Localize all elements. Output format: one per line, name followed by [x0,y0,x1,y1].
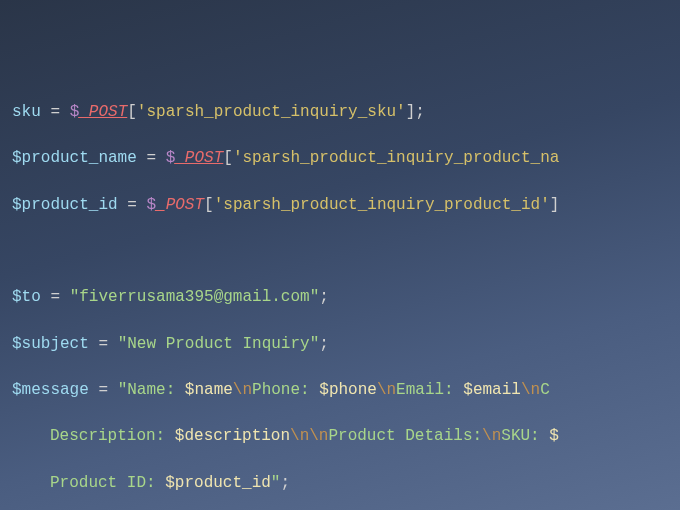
string-to: "fiverrusama395@gmail.com" [70,288,320,306]
code-line-message-1[interactable]: $message = "Name: $name\nPhone: $phone\n… [12,379,668,402]
dollar: $ [70,103,80,121]
escape: \n [233,381,252,399]
escape: \n [482,427,501,445]
string-part: Product Details: [328,427,482,445]
escape: \n [377,381,396,399]
var-subject: $subject [12,335,89,353]
bracket-close: ] [406,103,416,121]
post-key: sparsh_product_inquiry_sku [146,103,396,121]
interp-name: $name [185,381,233,399]
code-line-1[interactable]: sku = $_POST['sparsh_product_inquiry_sku… [12,101,668,124]
quote: ' [396,103,406,121]
interp-product-id: $product_id [165,474,271,492]
escape: \n\n [290,427,328,445]
var-to: $to [12,288,41,306]
post-key: sparsh_product_inquiry_product_id [223,196,540,214]
bracket-open: [ [127,103,137,121]
interp-phone: $phone [319,381,377,399]
bracket-open: [ [204,196,214,214]
var-product-name: $product_name [12,149,137,167]
interp-description: $description [175,427,290,445]
code-line-message-3[interactable]: Product ID: $product_id"; [12,472,668,495]
quote: ' [540,196,550,214]
string-part: Phone: [252,381,319,399]
var-message: $message [12,381,89,399]
assign: = [137,149,166,167]
semicolon: ; [280,474,290,492]
quote: ' [214,196,224,214]
semicolon: ; [319,288,329,306]
string-close: " [271,474,281,492]
dollar: $ [166,149,176,167]
bracket-open: [ [223,149,233,167]
assign: = [89,335,118,353]
post-key: sparsh_product_inquiry_product_na [242,149,559,167]
string-tail: $ [549,427,559,445]
code-line-to[interactable]: $to = "fiverrusama395@gmail.com"; [12,286,668,309]
semicolon: ; [415,103,425,121]
string-part: Email: [396,381,463,399]
escape: \n [521,381,540,399]
string-part: SKU: [501,427,549,445]
string-tail: C [540,381,550,399]
post-superglobal: _POST [79,103,127,121]
assign: = [41,103,70,121]
interp-email: $email [463,381,521,399]
var-sku: sku [12,103,41,121]
code-line-2[interactable]: $product_name = $_POST['sparsh_product_i… [12,147,668,170]
code-line-subject[interactable]: $subject = "New Product Inquiry"; [12,333,668,356]
assign: = [118,196,147,214]
string-part: "Name: [118,381,185,399]
post-superglobal: _POST [175,149,223,167]
assign: = [89,381,118,399]
string-part: Product ID: [50,474,165,492]
blank-line[interactable] [12,240,668,263]
code-line-3[interactable]: $product_id = $_POST['sparsh_product_inq… [12,194,668,217]
assign: = [41,288,70,306]
post-superglobal: _POST [156,196,204,214]
var-product-id: $product_id [12,196,118,214]
string-subject: "New Product Inquiry" [118,335,320,353]
bracket-close: ] [550,196,560,214]
code-line-message-2[interactable]: Description: $description\n\nProduct Det… [12,425,668,448]
dollar: $ [146,196,156,214]
string-part: Description: [50,427,175,445]
semicolon: ; [319,335,329,353]
